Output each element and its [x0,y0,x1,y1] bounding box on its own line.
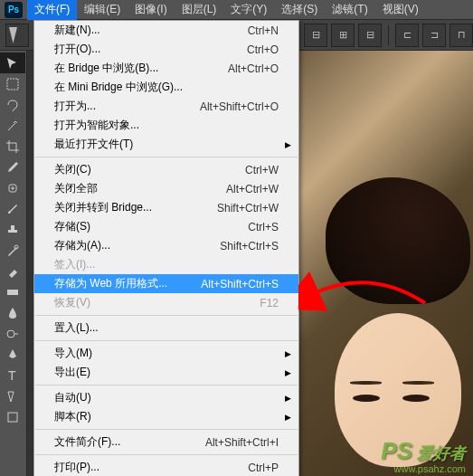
lasso-tool[interactable] [0,94,25,115]
menu-image[interactable]: 图像(I) [128,0,174,20]
tools-panel: T [0,51,27,476]
submenu-arrow-icon: ▶ [285,349,291,358]
align-icon-1[interactable]: ⊟ [304,24,327,47]
gradient-tool[interactable] [0,281,25,302]
menu-layer[interactable]: 图层(L) [175,0,224,20]
menu-select[interactable]: 选择(S) [274,0,325,20]
menu-place[interactable]: 置入(L)... [34,319,298,338]
submenu-arrow-icon: ▶ [285,413,291,422]
separator [35,429,298,430]
menu-file[interactable]: 文件(F) [27,0,77,20]
watermark: PS 爱好者 [381,437,466,465]
align-icon-6[interactable]: ⊓ [449,24,473,47]
menu-save-as[interactable]: 存储为(A)...Shift+Ctrl+S [34,236,298,255]
menu-open-smart[interactable]: 打开为智能对象... [34,116,298,135]
menu-browse-bridge[interactable]: 在 Bridge 中浏览(B)...Alt+Ctrl+O [34,59,298,78]
eraser-tool[interactable] [0,261,25,281]
watermark-url: www.psahz.com [394,463,466,474]
pen-tool[interactable] [0,344,25,365]
separator [35,454,298,455]
menu-edit[interactable]: 编辑(E) [77,0,128,20]
menu-file-info[interactable]: 文件简介(F)...Alt+Shift+Ctrl+I [34,433,298,452]
healing-tool[interactable] [0,177,25,198]
svg-rect-3 [7,290,18,295]
file-menu-dropdown: 新建(N)...Ctrl+N 打开(O)...Ctrl+O 在 Bridge 中… [33,20,299,476]
menu-recent[interactable]: 最近打开文件(T)▶ [34,135,298,154]
menu-filter[interactable]: 滤镜(T) [325,0,374,20]
crop-tool[interactable] [0,136,25,157]
tool-preset-icon[interactable] [5,24,29,47]
path-tool[interactable] [0,386,25,406]
menu-checkin: 签入(I)... [34,255,298,274]
menu-type[interactable]: 文字(Y) [223,0,274,20]
blur-tool[interactable] [0,302,25,323]
menu-close[interactable]: 关闭(C)Ctrl+W [34,160,298,179]
eyedropper-tool[interactable] [0,157,25,177]
annotation-arrow-icon [298,195,434,312]
shape-tool[interactable] [0,406,25,427]
menu-import[interactable]: 导入(M)▶ [34,344,298,363]
brush-tool[interactable] [0,198,25,219]
dodge-tool[interactable] [0,323,25,344]
menu-browse-minibridge[interactable]: 在 Mini Bridge 中浏览(G)... [34,78,298,97]
wand-tool[interactable] [0,115,25,136]
align-icon-5[interactable]: ⊐ [422,24,446,47]
align-icon-4[interactable]: ⊏ [395,24,419,47]
separator [35,157,298,157]
svg-point-4 [7,330,14,338]
separator [35,340,298,341]
svg-rect-6 [8,413,17,422]
separator [35,315,298,316]
submenu-arrow-icon: ▶ [285,140,291,149]
menu-close-all[interactable]: 关闭全部Alt+Ctrl+W [34,179,298,198]
align-icon-2[interactable]: ⊞ [331,24,355,47]
app-logo: Ps [0,0,27,20]
menubar: Ps 文件(F) 编辑(E) 图像(I) 图层(L) 文字(Y) 选择(S) 滤… [0,0,473,20]
menu-automate[interactable]: 自动(U)▶ [34,388,298,407]
menu-save[interactable]: 存储(S)Ctrl+S [34,217,298,236]
history-brush-tool[interactable] [0,240,25,261]
menu-new[interactable]: 新建(N)...Ctrl+N [34,21,298,40]
menu-open-as[interactable]: 打开为...Alt+Shift+Ctrl+O [34,97,298,116]
svg-rect-0 [7,79,18,90]
marquee-tool[interactable] [0,73,25,94]
menu-close-bridge[interactable]: 关闭并转到 Bridge...Shift+Ctrl+W [34,198,298,217]
ps-logo-text: Ps [5,2,23,18]
stamp-tool[interactable] [0,219,25,240]
menu-open[interactable]: 打开(O)...Ctrl+O [34,40,298,59]
submenu-arrow-icon: ▶ [285,394,291,403]
type-tool[interactable]: T [0,365,25,386]
menu-scripts[interactable]: 脚本(R)▶ [34,407,298,426]
move-tool[interactable] [0,52,25,73]
menu-export[interactable]: 导出(E)▶ [34,363,298,382]
align-icon-3[interactable]: ⊟ [358,24,382,47]
menu-print[interactable]: 打印(P)...Ctrl+P [34,458,298,476]
menu-view[interactable]: 视图(V) [375,0,426,20]
svg-text:T: T [8,368,16,383]
menu-save-for-web[interactable]: 存储为 Web 所用格式...Alt+Shift+Ctrl+S [34,274,298,293]
separator [35,385,298,386]
menu-revert: 恢复(V)F12 [34,293,298,312]
submenu-arrow-icon: ▶ [285,368,291,377]
